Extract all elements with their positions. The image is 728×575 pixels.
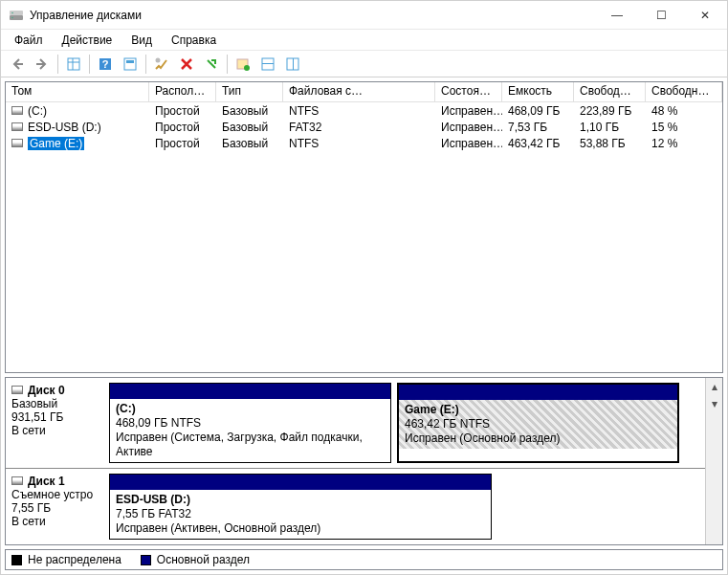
svg-point-11: [156, 57, 161, 62]
partition[interactable]: ESD-USB (D:)7,55 ГБ FAT32Исправен (Актив…: [109, 474, 492, 540]
help-icon[interactable]: ?: [94, 54, 117, 75]
titlebar[interactable]: Управление дисками — ☐ ✕: [1, 1, 727, 30]
separator: [89, 55, 90, 74]
svg-point-2: [11, 11, 13, 13]
back-button[interactable]: [6, 54, 29, 75]
legend-primary-swatch: [141, 555, 151, 565]
disk-icon: [11, 476, 23, 485]
refresh-icon[interactable]: [150, 54, 173, 75]
svg-point-3: [11, 16, 13, 18]
partition-header-bar: [399, 385, 677, 400]
legend-unallocated-swatch: [11, 555, 22, 565]
col-capacity[interactable]: Емкость: [502, 82, 574, 101]
separator: [145, 55, 146, 74]
svg-rect-15: [262, 63, 274, 64]
maximize-button[interactable]: ☐: [639, 1, 683, 30]
forward-button[interactable]: [31, 54, 54, 75]
close-button[interactable]: ✕: [683, 1, 727, 30]
col-free[interactable]: Свобод…: [574, 82, 646, 101]
content-area: Том Располо… Тип Файловая с… Состояние Е…: [1, 77, 727, 574]
show-hide-button[interactable]: [62, 54, 85, 75]
disk-info[interactable]: Диск 0Базовый931,51 ГБВ сети: [6, 378, 109, 468]
menubar: Файл Действие Вид Справка: [1, 30, 727, 51]
volume-row[interactable]: ESD-USB (D:)ПростойБазовыйFAT32Исправен……: [6, 119, 722, 135]
legend-unallocated-label: Не распределена: [28, 553, 121, 566]
col-type[interactable]: Тип: [216, 82, 283, 101]
column-headers: Том Располо… Тип Файловая с… Состояние Е…: [6, 82, 722, 102]
menu-file[interactable]: Файл: [5, 32, 53, 49]
svg-rect-10: [126, 60, 134, 63]
svg-point-13: [244, 65, 250, 71]
disk-info[interactable]: Диск 1Съемное устро7,55 ГБВ сети: [6, 469, 109, 544]
volume-list: Том Располо… Тип Файловая с… Состояние Е…: [5, 81, 723, 373]
separator: [227, 55, 228, 74]
partition[interactable]: Game (E:)463,42 ГБ NTFSИсправен (Основно…: [397, 383, 679, 463]
menu-action[interactable]: Действие: [53, 32, 122, 49]
scroll-down-icon[interactable]: ▾: [706, 395, 722, 412]
volume-icon: [11, 106, 23, 115]
disk-management-window: Управление дисками — ☐ ✕ Файл Действие В…: [0, 0, 728, 575]
col-layout[interactable]: Располо…: [149, 82, 216, 101]
volume-icon: [11, 139, 23, 147]
properties-icon[interactable]: [200, 54, 223, 75]
minimize-button[interactable]: —: [595, 1, 639, 30]
volume-row[interactable]: (C:)ПростойБазовыйNTFSИсправен…468,09 ГБ…: [6, 102, 722, 119]
partition-header-bar: [110, 384, 390, 399]
disk-row: Диск 1Съемное устро7,55 ГБВ сетиESD-USB …: [6, 469, 705, 544]
menu-view[interactable]: Вид: [121, 32, 162, 49]
legend: Не распределена Основной раздел: [5, 549, 723, 570]
disk-row: Диск 0Базовый931,51 ГБВ сети(C:)468,09 Г…: [6, 378, 705, 469]
col-volume[interactable]: Том: [6, 82, 149, 101]
svg-rect-17: [293, 58, 294, 70]
svg-rect-9: [124, 58, 136, 70]
settings-icon[interactable]: [119, 54, 142, 75]
col-freepct[interactable]: Свободно %: [646, 82, 722, 101]
separator: [57, 55, 58, 74]
toolbar: ?: [1, 51, 727, 77]
disk-icon: [11, 386, 23, 394]
svg-rect-4: [68, 58, 79, 70]
partition[interactable]: (C:)468,09 ГБ NTFSИсправен (Система, Заг…: [109, 383, 391, 463]
volume-rows[interactable]: (C:)ПростойБазовыйNTFSИсправен…468,09 ГБ…: [6, 102, 722, 372]
partition-header-bar: [110, 475, 491, 490]
col-status[interactable]: Состояние: [435, 82, 502, 101]
svg-rect-0: [10, 15, 23, 20]
volume-row[interactable]: Game (E:)ПростойБазовыйNTFSИсправен…463,…: [6, 135, 722, 151]
action1-icon[interactable]: [232, 54, 254, 75]
scroll-up-icon[interactable]: ▴: [706, 378, 722, 395]
action3-icon[interactable]: [281, 54, 304, 75]
legend-primary-label: Основной раздел: [157, 553, 250, 566]
svg-text:?: ?: [102, 58, 109, 70]
volume-icon: [11, 122, 23, 131]
col-fs[interactable]: Файловая с…: [283, 82, 435, 101]
action2-icon[interactable]: [256, 54, 279, 75]
app-icon: [9, 8, 24, 23]
window-title: Управление дисками: [30, 9, 595, 22]
disk-graphical-view: Диск 0Базовый931,51 ГБВ сети(C:)468,09 Г…: [5, 377, 723, 545]
menu-help[interactable]: Справка: [162, 32, 226, 49]
svg-rect-1: [10, 11, 23, 15]
scrollbar[interactable]: ▴ ▾: [705, 378, 722, 544]
delete-icon[interactable]: [175, 54, 198, 75]
